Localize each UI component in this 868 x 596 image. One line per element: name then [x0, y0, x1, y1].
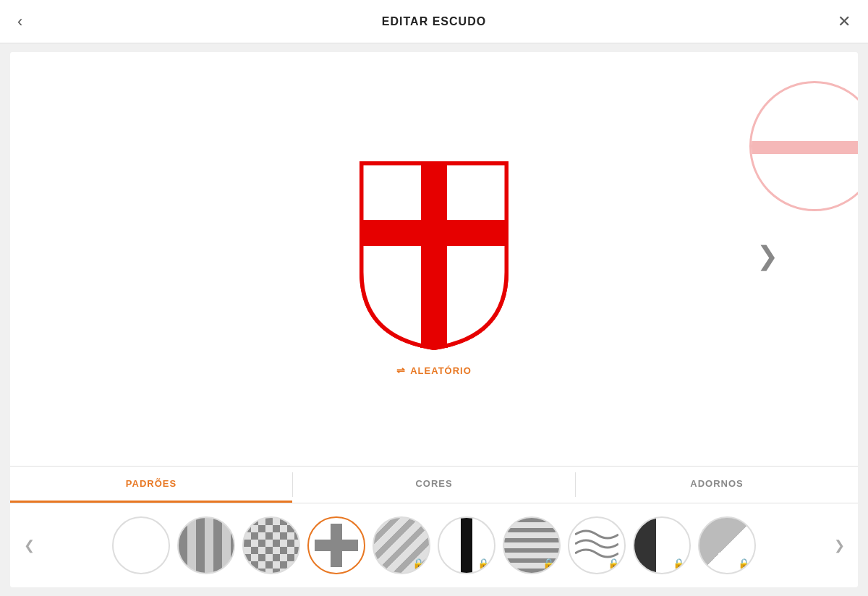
- next-shield-button[interactable]: ❯: [757, 241, 778, 271]
- tab-adornos[interactable]: ADORNOS: [576, 467, 858, 503]
- shuffle-icon: ⇌: [396, 365, 406, 376]
- main-container: ❯: [10, 52, 858, 587]
- lock-icon-6: 🔒: [542, 558, 555, 569]
- random-label: ALEATÓRIO: [410, 365, 472, 376]
- shield-display: [347, 149, 521, 352]
- shield-svg: [347, 149, 521, 352]
- pattern-item-cross[interactable]: [307, 516, 365, 574]
- cross-pattern-svg: [315, 524, 358, 567]
- pattern-item-hstripes[interactable]: 🔒: [503, 516, 561, 574]
- tabs-bar: PADRÕES CORES ADORNOS: [10, 466, 858, 503]
- tab-cores[interactable]: CORES: [293, 467, 575, 503]
- lock-icon-7: 🔒: [608, 558, 620, 569]
- lock-icon-8: 🔒: [673, 558, 685, 569]
- back-button[interactable]: ‹: [17, 12, 22, 31]
- shield-preview-area: ❯: [10, 52, 858, 466]
- close-button[interactable]: ✕: [838, 12, 851, 31]
- pattern-item-stripes-v[interactable]: [177, 516, 235, 574]
- header: ‹ EDITAR ESCUDO ✕: [0, 0, 868, 43]
- page-title: EDITAR ESCUDO: [382, 15, 486, 28]
- pattern-item-diag[interactable]: 🔒: [373, 516, 430, 574]
- lock-icon-4: 🔒: [412, 558, 425, 569]
- pattern-item-black-bar[interactable]: 🔒: [438, 516, 495, 574]
- decorative-circle: [749, 81, 858, 211]
- carousel-prev-button[interactable]: ❮: [17, 534, 41, 557]
- lock-icon-5: 🔒: [477, 558, 490, 569]
- pattern-item-vstripes-bold[interactable]: 🔒: [633, 516, 691, 574]
- lock-icon-9: 🔒: [738, 558, 750, 569]
- pattern-item-empty[interactable]: [112, 516, 170, 574]
- carousel-next-button[interactable]: ❯: [827, 534, 851, 557]
- svg-rect-4: [421, 163, 447, 352]
- svg-rect-6: [331, 524, 342, 567]
- pattern-item-wave[interactable]: 🔒: [568, 516, 626, 574]
- pattern-item-checker[interactable]: [242, 516, 300, 574]
- pattern-items-container: 🔒 🔒 🔒 🔒 🔒: [45, 516, 823, 574]
- pattern-item-two-panel[interactable]: 🔒: [698, 516, 756, 574]
- random-button[interactable]: ⇌ ALEATÓRIO: [396, 365, 472, 376]
- pattern-carousel: ❮ 🔒 🔒: [10, 503, 858, 587]
- tab-padroes[interactable]: PADRÕES: [10, 467, 292, 503]
